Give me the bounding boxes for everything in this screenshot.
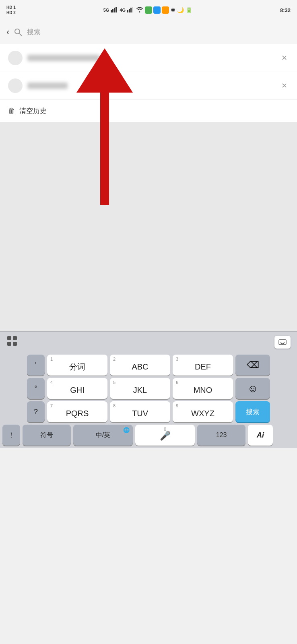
key-mno-label: MNO xyxy=(194,386,212,395)
svg-rect-3 xyxy=(116,7,117,12)
key-apostrophe[interactable]: ' xyxy=(27,355,45,376)
status-time: 8:32 xyxy=(280,7,291,13)
content-area xyxy=(0,122,297,331)
key-jkl-label: JKL xyxy=(133,386,147,395)
key-fenci-label: 分词 xyxy=(69,361,85,372)
emoji-icon: ☺ xyxy=(248,382,258,395)
delete-icon: ⌫ xyxy=(247,360,259,370)
svg-rect-12 xyxy=(7,336,11,340)
mic-num: 0 xyxy=(164,427,166,431)
svg-rect-5 xyxy=(129,9,130,12)
svg-rect-7 xyxy=(132,7,133,12)
key-zhong-ying[interactable]: 🌐 中/英 xyxy=(73,425,133,446)
trash-icon: 🗑 xyxy=(8,107,15,115)
keyboard-row-3: ? 7 PQRS 8 TUV 9 WXYZ 搜索 xyxy=(1,401,296,422)
key-7-num: 7 xyxy=(50,403,53,408)
key-wxyz-label: WXYZ xyxy=(191,409,214,418)
key-emoji[interactable]: ☺ xyxy=(235,378,270,399)
app-icons xyxy=(145,6,169,14)
4g-icon: 4G xyxy=(120,8,126,12)
svg-rect-6 xyxy=(130,8,132,12)
search-bar[interactable]: ‹ 搜索 xyxy=(0,20,297,44)
search-placeholder[interactable]: 搜索 xyxy=(27,27,41,37)
key-123[interactable]: 123 xyxy=(197,425,245,446)
svg-rect-2 xyxy=(114,8,115,12)
signal-bars-1 xyxy=(111,7,118,14)
5g-icon: 5G xyxy=(103,8,109,12)
wifi-icon xyxy=(136,7,143,14)
keyboard-row-1: ' 1 分词 2 ABC 3 DEF ⌫ xyxy=(1,355,296,376)
mic-icon: 🎤 xyxy=(160,431,171,441)
search-icon-wrap xyxy=(14,28,22,36)
history-close-2[interactable]: ✕ xyxy=(280,80,289,92)
collapse-keyboard-button[interactable] xyxy=(274,336,291,349)
key-question[interactable]: ? xyxy=(27,401,45,422)
key-degree[interactable]: ° xyxy=(27,378,45,399)
ai-label: Ai xyxy=(257,431,264,440)
status-carrier: HD 1 HD 2 xyxy=(6,5,16,15)
key-4-num: 4 xyxy=(50,380,53,385)
key-6-num: 6 xyxy=(176,380,178,385)
fuhao-label: 符号 xyxy=(40,431,53,440)
key-9-num: 9 xyxy=(176,403,178,408)
globe-icon: 🌐 xyxy=(123,427,130,433)
key-8-num: 8 xyxy=(113,403,116,408)
svg-rect-4 xyxy=(127,10,128,12)
key-delete[interactable]: ⌫ xyxy=(235,355,270,376)
key-pqrs[interactable]: 7 PQRS xyxy=(47,401,107,422)
history-item-2: ✕ xyxy=(0,72,297,100)
bluetooth-icon: ✱ xyxy=(171,7,175,13)
back-button[interactable]: ‹ xyxy=(6,27,9,37)
history-icon-1 xyxy=(8,51,23,65)
key-abc[interactable]: 2 ABC xyxy=(110,355,170,376)
key-3-num: 3 xyxy=(176,357,178,361)
left-punct-col: ' xyxy=(27,355,45,376)
key-mno[interactable]: 6 MNO xyxy=(173,378,233,399)
key-mic[interactable]: 0 🎤 xyxy=(135,425,195,446)
search-button-label: 搜索 xyxy=(246,407,260,417)
history-icon-2 xyxy=(8,78,23,93)
signal-bars-2 xyxy=(127,7,134,14)
key-tuv-label: TUV xyxy=(132,409,148,418)
history-close-1[interactable]: ✕ xyxy=(280,52,289,64)
history-text-1 xyxy=(27,55,280,61)
moon-icon: 🌙 xyxy=(177,7,184,13)
key-5-num: 5 xyxy=(113,380,116,385)
svg-line-18 xyxy=(283,343,285,344)
grid-icon[interactable] xyxy=(6,335,18,349)
key-def-label: DEF xyxy=(195,362,211,372)
svg-rect-13 xyxy=(13,336,17,340)
keyboard-row-2: ° 4 GHI 5 JKL 6 MNO ☺ xyxy=(1,378,296,399)
svg-rect-0 xyxy=(111,10,112,12)
key-search[interactable]: 搜索 xyxy=(235,401,270,422)
svg-point-8 xyxy=(15,29,20,34)
battery-icon: 🔋 xyxy=(186,7,192,13)
clear-history-button[interactable]: 🗑 清空历史 xyxy=(0,100,297,122)
key-def[interactable]: 3 DEF xyxy=(173,355,233,376)
key-ghi[interactable]: 4 GHI xyxy=(47,378,107,399)
key-exclaim[interactable]: ！ xyxy=(2,425,20,446)
search-history-area: ✕ ✕ 🗑 清空历史 xyxy=(0,44,297,122)
keyboard-row-4: ！ 符号 🌐 中/英 0 🎤 123 Ai xyxy=(1,425,296,446)
key-jkl[interactable]: 5 JKL xyxy=(110,378,170,399)
history-item-1: ✕ xyxy=(0,44,297,72)
svg-rect-1 xyxy=(112,9,113,12)
clear-history-label: 清空历史 xyxy=(19,106,47,116)
key-1-num: 1 xyxy=(50,357,53,361)
key-fuhao[interactable]: 符号 xyxy=(23,425,71,446)
status-signals: 5G 4G ✱ 🌙 🔋 xyxy=(103,6,192,14)
key-fenci[interactable]: 1 分词 xyxy=(47,355,107,376)
key-tuv[interactable]: 8 TUV xyxy=(110,401,170,422)
svg-rect-15 xyxy=(13,342,17,346)
svg-line-17 xyxy=(280,343,283,344)
zhong-ying-label: 中/英 xyxy=(96,431,110,440)
key-2-num: 2 xyxy=(113,357,116,361)
123-label: 123 xyxy=(216,431,227,439)
keyboard: ' 1 分词 2 ABC 3 DEF ⌫ ° 4 GHI 5 JKL 6 M xyxy=(0,352,297,448)
search-icon xyxy=(14,28,22,36)
keyboard-toolbar xyxy=(0,331,297,352)
key-ai[interactable]: Ai xyxy=(248,425,273,446)
key-abc-label: ABC xyxy=(132,362,148,372)
key-wxyz[interactable]: 9 WXYZ xyxy=(173,401,233,422)
svg-line-9 xyxy=(19,33,22,36)
